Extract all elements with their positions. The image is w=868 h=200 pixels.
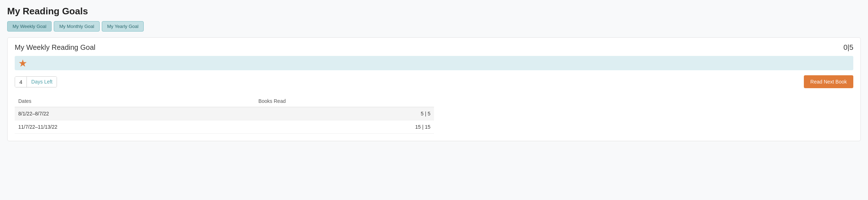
days-left-box: 4 Days Left: [15, 76, 57, 87]
progress-bar: ★: [15, 56, 853, 70]
cell-dates: 8/1/22–8/7/22: [15, 107, 255, 120]
table-row: 11/7/22–11/13/2215 | 15: [15, 120, 434, 134]
days-left-row: 4 Days Left Read Next Book: [15, 75, 853, 88]
goal-table: Dates Books Read 8/1/22–8/7/225 | 511/7/…: [15, 95, 434, 134]
days-left-label: Days Left: [27, 77, 57, 87]
days-number: 4: [15, 77, 27, 87]
tab-monthly[interactable]: My Monthly Goal: [54, 21, 100, 32]
goal-title: My Weekly Reading Goal: [15, 43, 95, 52]
tab-weekly[interactable]: My Weekly Goal: [7, 21, 52, 32]
cell-books-read: 15 | 15: [255, 120, 434, 134]
table-row: 8/1/22–8/7/225 | 5: [15, 107, 434, 120]
goal-section: My Weekly Reading Goal 0|5 ★ 4 Days Left…: [7, 37, 861, 141]
read-next-button[interactable]: Read Next Book: [804, 75, 853, 88]
tab-yearly[interactable]: My Yearly Goal: [102, 21, 144, 32]
star-icon: ★: [18, 57, 27, 69]
goal-score: 0|5: [844, 43, 853, 52]
cell-dates: 11/7/22–11/13/22: [15, 120, 255, 134]
col-books-read: Books Read: [255, 95, 434, 107]
goal-header: My Weekly Reading Goal 0|5: [15, 43, 853, 52]
cell-books-read: 5 | 5: [255, 107, 434, 120]
page-title: My Reading Goals: [7, 6, 861, 17]
tab-bar: My Weekly Goal My Monthly Goal My Yearly…: [7, 21, 861, 32]
col-dates: Dates: [15, 95, 255, 107]
score-total: 5: [849, 43, 853, 51]
score-current: 0: [844, 43, 848, 51]
